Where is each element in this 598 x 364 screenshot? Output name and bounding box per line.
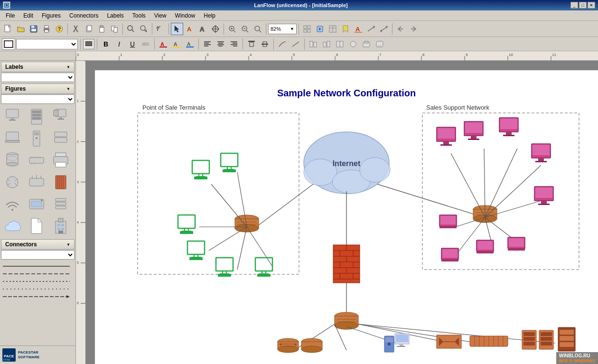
align-center[interactable] [215, 38, 227, 50]
connector-style1[interactable] [276, 38, 289, 50]
fig-database[interactable] [2, 150, 23, 171]
text-button-filled[interactable]: A [184, 23, 196, 35]
diagram-canvas[interactable]: Sample Network Configuration Point of Sa… [95, 70, 598, 364]
fig-laptop[interactable] [2, 128, 23, 149]
menu-edit[interactable]: Edit [19, 11, 37, 20]
connector-style2[interactable] [290, 38, 302, 50]
paste-button[interactable] [95, 23, 108, 35]
connector-dashed2[interactable] [2, 278, 74, 285]
fig-desktop[interactable] [50, 106, 71, 127]
menu-tools[interactable]: Tools [129, 11, 150, 20]
connect2-button[interactable] [378, 23, 390, 35]
maximize-button[interactable]: □ [579, 2, 587, 9]
style-preview[interactable] [2, 38, 15, 50]
fig-workstation[interactable] [2, 106, 23, 127]
fig-cloud[interactable] [2, 215, 23, 236]
font-color-button[interactable]: A [157, 38, 169, 50]
fig-server-rack[interactable] [26, 106, 47, 127]
text-bg-color[interactable]: A [170, 38, 183, 50]
shape-tool2[interactable] [320, 38, 333, 50]
fig-tower[interactable] [26, 128, 47, 149]
forward-button[interactable] [407, 23, 420, 35]
zoom-in-button[interactable] [226, 23, 238, 35]
text-button-outline[interactable]: A [196, 23, 209, 35]
menu-help[interactable]: Help [200, 11, 219, 20]
abc-button[interactable]: abc [140, 38, 152, 50]
labels-dropdown[interactable] [1, 73, 75, 82]
fig-router[interactable] [2, 172, 23, 193]
text-top[interactable] [245, 38, 258, 50]
connector-dotted[interactable] [2, 286, 74, 292]
fig-network-device[interactable] [26, 194, 47, 215]
connectors-dropdown[interactable] [1, 250, 75, 260]
stroke-color[interactable]: A [184, 38, 196, 50]
move-button[interactable] [209, 23, 222, 35]
separator5 [224, 23, 224, 35]
menu-view[interactable]: View [150, 11, 170, 20]
zoom-display[interactable]: 82% ▼ [268, 24, 297, 34]
find-button[interactable] [125, 23, 137, 35]
fig-wifi[interactable] [2, 194, 23, 215]
svg-point-14 [76, 30, 78, 32]
svg-text:6: 6 [77, 301, 79, 305]
text-label-button[interactable]: A [352, 23, 364, 35]
undo-button[interactable] [154, 23, 167, 35]
figures-dropdown[interactable] [1, 94, 75, 104]
minimize-button[interactable]: _ [570, 2, 578, 9]
underline-button[interactable]: U [126, 38, 139, 50]
copy-button[interactable] [83, 23, 95, 35]
save-button[interactable] [28, 23, 40, 35]
print-button[interactable] [40, 23, 53, 35]
italic-button[interactable]: I [113, 38, 125, 50]
zoom-fit-button[interactable] [252, 23, 264, 35]
fig-hub[interactable] [26, 172, 47, 193]
back-button[interactable] [394, 23, 407, 35]
align-left[interactable] [201, 38, 214, 50]
shape-tool1[interactable] [307, 38, 319, 50]
align-right[interactable] [228, 38, 240, 50]
svg-rect-181 [76, 61, 85, 364]
bookmark-button[interactable] [339, 23, 352, 35]
insert-figure-button[interactable] [314, 23, 326, 35]
connectors-panel-header[interactable]: Connectors [1, 239, 75, 250]
menu-labels[interactable]: Labels [103, 11, 127, 20]
fig-building[interactable] [50, 215, 71, 236]
bold-button[interactable]: B [100, 38, 112, 50]
findreplace-button[interactable] [138, 23, 150, 35]
menu-file[interactable]: File [2, 11, 19, 20]
figures-panel-header[interactable]: Figures [1, 84, 75, 94]
connect1-button[interactable] [365, 23, 377, 35]
svg-rect-84 [364, 41, 368, 43]
labels-panel-header[interactable]: Labels [1, 62, 75, 72]
menu-window[interactable]: Window [171, 11, 199, 20]
shape-tool6[interactable]: ... [374, 38, 386, 50]
font-select[interactable] [16, 39, 78, 49]
new-button[interactable] [2, 23, 14, 35]
fig-storage[interactable] [50, 194, 71, 215]
text-middle[interactable] [259, 38, 271, 50]
fig-printer[interactable] [50, 150, 71, 171]
svg-rect-36 [304, 26, 307, 28]
grid-button[interactable] [301, 23, 313, 35]
shape-tool3[interactable] [334, 38, 346, 50]
shape-tool4[interactable] [347, 38, 359, 50]
help-button[interactable]: ? [53, 23, 65, 35]
fig-switch[interactable] [26, 150, 47, 171]
connector-arrow[interactable] [2, 293, 74, 300]
open-button[interactable] [15, 23, 27, 35]
menu-figures[interactable]: Figures [38, 11, 65, 20]
canvas-wrapper[interactable]: Sample Network Configuration Point of Sa… [85, 61, 598, 364]
connector-solid[interactable] [2, 263, 74, 270]
connector-dashed1[interactable] [2, 271, 74, 277]
fig-server2[interactable] [50, 128, 71, 149]
close-button[interactable]: ✕ [588, 2, 595, 9]
shape-tool5[interactable] [360, 38, 373, 50]
cut-button[interactable] [70, 23, 82, 35]
menu-connectors[interactable]: Connectors [65, 11, 102, 20]
clone-button[interactable] [108, 23, 121, 35]
select-button[interactable] [171, 23, 183, 35]
fig-document[interactable] [26, 215, 47, 236]
table-button[interactable] [327, 23, 339, 35]
zoom-out-button[interactable] [239, 23, 251, 35]
fig-firewall[interactable] [50, 172, 71, 193]
